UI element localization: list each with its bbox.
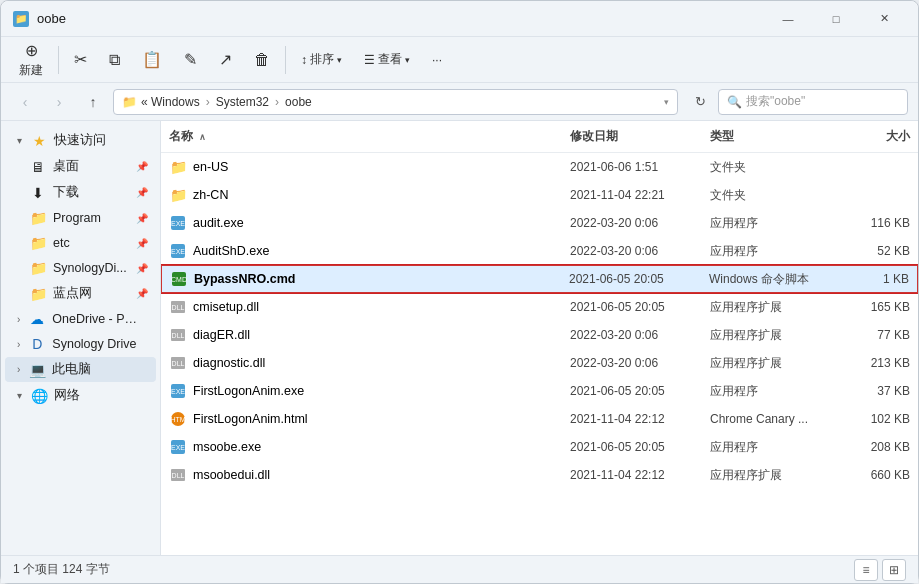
desktop-icon: 🖥 <box>29 159 47 175</box>
file-explorer-window: 📁 oobe — □ ✕ ⊕ 新建 ✂ ⧉ 📋 ✎ ↗ 🗑 <box>0 0 919 584</box>
copy-icon: ⧉ <box>109 51 120 69</box>
new-button[interactable]: ⊕ 新建 <box>9 41 53 79</box>
file-row-firstlogonanim-exe[interactable]: EXE FirstLogonAnim.exe 2021-06-05 20:05 … <box>161 377 918 405</box>
dll-icon-3: DLL <box>169 354 187 372</box>
network-icon: 🌐 <box>30 388 48 404</box>
sidebar-quick-access[interactable]: ▾ ★ 快速访问 <box>5 128 156 153</box>
search-bar[interactable]: 🔍 搜索"oobe" <box>718 89 908 115</box>
rename-button[interactable]: ✎ <box>174 41 207 79</box>
sidebar-item-desktop[interactable]: 🖥 桌面 📌 <box>5 154 156 179</box>
quick-access-icon: ★ <box>30 133 48 149</box>
file-header: 名称 ∧ 修改日期 类型 大小 <box>161 121 918 153</box>
maximize-button[interactable]: □ <box>814 5 858 33</box>
program-icon: 📁 <box>29 210 47 226</box>
sidebar-item-bluelink[interactable]: 📁 蓝点网 📌 <box>5 281 156 306</box>
share-icon: ↗ <box>219 50 232 69</box>
pin-icon-3: 📌 <box>136 213 148 224</box>
delete-button[interactable]: 🗑 <box>244 41 280 79</box>
svg-text:DLL: DLL <box>172 304 185 311</box>
file-row-msoobe-exe[interactable]: EXE msoobe.exe 2021-06-05 20:05 应用程序 208… <box>161 433 918 461</box>
file-row-bypassnro-cmd[interactable]: CMD BypassNRO.cmd 2021-06-05 20:05 Windo… <box>161 265 918 293</box>
file-row-en-US[interactable]: 📁 en-US 2021-06-06 1:51 文件夹 <box>161 153 918 181</box>
file-row-firstlogonhtml[interactable]: HTM FirstLogonAnim.html 2021-11-04 22:12… <box>161 405 918 433</box>
main-layout: ▾ ★ 快速访问 🖥 桌面 📌 ⬇ 下载 📌 📁 Program 📌 📁 <box>1 121 918 555</box>
back-button[interactable]: ‹ <box>11 89 39 115</box>
sidebar-item-etc[interactable]: 📁 etc 📌 <box>5 231 156 255</box>
file-pane: 名称 ∧ 修改日期 类型 大小 📁 en <box>161 121 918 555</box>
synologydrive-icon: D <box>28 336 46 352</box>
file-row-msoobedui-dll[interactable]: DLL msoobedui.dll 2021-11-04 22:12 应用程序扩… <box>161 461 918 489</box>
sidebar-item-network[interactable]: ▾ 🌐 网络 <box>5 383 156 408</box>
svg-text:DLL: DLL <box>172 472 185 479</box>
close-button[interactable]: ✕ <box>862 5 906 33</box>
addr-part-oobe: oobe <box>285 95 312 109</box>
file-row-diagnostic-dll[interactable]: DLL diagnostic.dll 2022-03-20 0:06 应用程序扩… <box>161 349 918 377</box>
window-controls: — □ ✕ <box>766 5 906 33</box>
folder-icon-2: 📁 <box>169 186 187 204</box>
addr-part-windows: « Windows <box>141 95 200 109</box>
folder-icon: 📁 <box>169 158 187 176</box>
file-row-cmisetup-dll[interactable]: DLL cmisetup.dll 2021-06-05 20:05 应用程序扩展… <box>161 293 918 321</box>
col-header-type[interactable]: 类型 <box>710 128 830 145</box>
col-header-date[interactable]: 修改日期 <box>570 128 710 145</box>
file-row-auditshd-exe[interactable]: EXE AuditShD.exe 2022-03-20 0:06 应用程序 52… <box>161 237 918 265</box>
onedrive-icon: ☁ <box>28 311 46 327</box>
pin-icon-2: 📌 <box>136 187 148 198</box>
sidebar-item-synology[interactable]: 📁 SynologyDi... 📌 <box>5 256 156 280</box>
window-title: oobe <box>37 11 766 26</box>
sidebar-item-thispc[interactable]: › 💻 此电脑 <box>5 357 156 382</box>
addr-part-system32: System32 <box>216 95 269 109</box>
minimize-button[interactable]: — <box>766 5 810 33</box>
file-list: 📁 en-US 2021-06-06 1:51 文件夹 📁 zh-CN 2021… <box>161 153 918 555</box>
address-bar[interactable]: 📁 « Windows › System32 › oobe ▾ <box>113 89 678 115</box>
copy-button[interactable]: ⧉ <box>99 41 130 79</box>
sort-button[interactable]: ↕ 排序 ▾ <box>291 41 352 79</box>
thispc-expand-icon: › <box>17 364 20 375</box>
pin-icon: 📌 <box>136 161 148 172</box>
addr-sep-1: › <box>206 95 210 109</box>
paste-button[interactable]: 📋 <box>132 41 172 79</box>
etc-icon: 📁 <box>29 235 47 251</box>
more-button[interactable]: ··· <box>422 41 452 79</box>
file-row-audit-exe[interactable]: EXE audit.exe 2022-03-20 0:06 应用程序 116 K… <box>161 209 918 237</box>
downloads-icon: ⬇ <box>29 185 47 201</box>
addr-dropdown-icon: ▾ <box>664 97 669 107</box>
dll-icon: DLL <box>169 298 187 316</box>
exe-icon-4: EXE <box>169 438 187 456</box>
col-header-name[interactable]: 名称 ∧ <box>169 128 570 145</box>
pin-icon-5: 📌 <box>136 263 148 274</box>
search-placeholder: 搜索"oobe" <box>746 93 805 110</box>
file-row-zh-CN[interactable]: 📁 zh-CN 2021-11-04 22:21 文件夹 <box>161 181 918 209</box>
svg-text:CMD: CMD <box>171 276 187 283</box>
tiles-view-button[interactable]: ⊞ <box>882 559 906 581</box>
cut-button[interactable]: ✂ <box>64 41 97 79</box>
view-controls: ≡ ⊞ <box>854 559 906 581</box>
view-button[interactable]: ☰ 查看 ▾ <box>354 41 420 79</box>
up-button[interactable]: ↑ <box>79 89 107 115</box>
svg-text:DLL: DLL <box>172 360 185 367</box>
exe-icon: EXE <box>169 214 187 232</box>
network-expand-icon: ▾ <box>17 390 22 401</box>
view-icon: ☰ <box>364 53 375 67</box>
sidebar-item-program[interactable]: 📁 Program 📌 <box>5 206 156 230</box>
sidebar-item-downloads[interactable]: ⬇ 下载 📌 <box>5 180 156 205</box>
sort-icon: ↕ <box>301 53 307 67</box>
share-button[interactable]: ↗ <box>209 41 242 79</box>
sidebar-item-onedrive[interactable]: › ☁ OneDrive - Pers... <box>5 307 156 331</box>
new-icon: ⊕ <box>25 41 38 60</box>
svg-text:EXE: EXE <box>171 444 185 451</box>
details-view-button[interactable]: ≡ <box>854 559 878 581</box>
forward-button[interactable]: › <box>45 89 73 115</box>
search-icon: 🔍 <box>727 95 742 109</box>
synology-icon: 📁 <box>29 260 47 276</box>
toolbar-separator-2 <box>285 46 286 74</box>
thispc-icon: 💻 <box>28 362 46 378</box>
exe-icon-3: EXE <box>169 382 187 400</box>
col-header-size[interactable]: 大小 <box>830 128 910 145</box>
title-bar: 📁 oobe — □ ✕ <box>1 1 918 37</box>
view-dropdown-icon: ▾ <box>405 55 410 65</box>
refresh-button[interactable]: ↻ <box>688 90 712 114</box>
sidebar-item-synologydrive[interactable]: › D Synology Drive <box>5 332 156 356</box>
sort-dropdown-icon: ▾ <box>337 55 342 65</box>
file-row-diager-dll[interactable]: DLL diagER.dll 2022-03-20 0:06 应用程序扩展 77… <box>161 321 918 349</box>
